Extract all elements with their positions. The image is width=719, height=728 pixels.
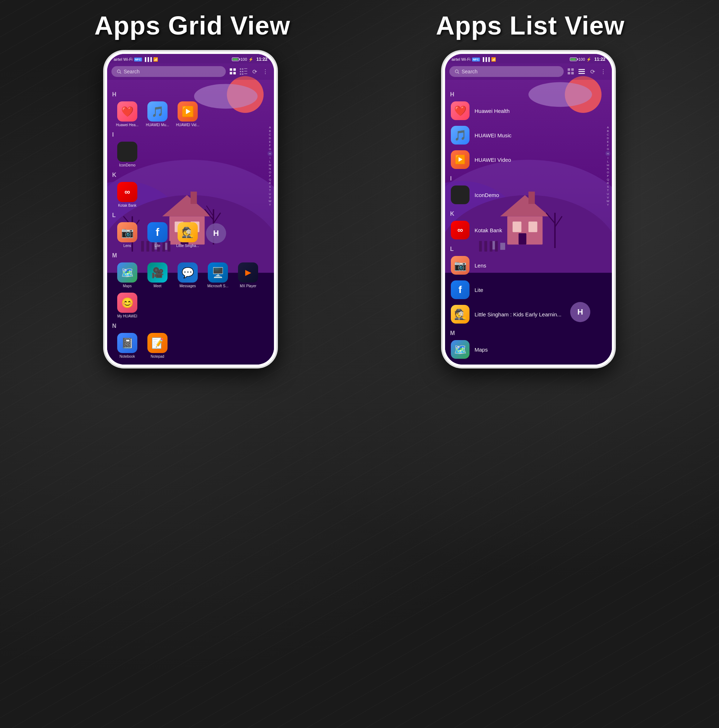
- network-badge-list: NFC: [472, 58, 480, 61]
- alphabet-index-list[interactable]: AB CD EF G H IL MN OP QR ST UV WY: [606, 126, 610, 206]
- signal-bars: ▐▐▐: [144, 57, 152, 61]
- more-icon-grid[interactable]: ⋮: [261, 67, 270, 76]
- list-item-huawei-health[interactable]: ❤️ Huawei Health: [445, 98, 612, 123]
- app-huawei-music[interactable]: 🎵 HUAWEI Mu...: [143, 100, 172, 129]
- list-view-title: Apps List View: [436, 11, 625, 40]
- app-notebook[interactable]: 📓 Notebook: [113, 332, 142, 360]
- refresh-icon-grid[interactable]: ⟳: [250, 67, 259, 76]
- svg-line-29: [120, 73, 121, 74]
- grid-view-icon[interactable]: [229, 67, 237, 76]
- charge-icon-list: ⚡: [586, 57, 591, 62]
- grid-icon-list-view[interactable]: [567, 67, 575, 76]
- refresh-icon-list[interactable]: ⟳: [588, 67, 597, 76]
- search-placeholder-list: Search: [462, 69, 477, 74]
- grid-view-title: Apps Grid View: [95, 11, 291, 40]
- svg-rect-42: [244, 73, 247, 74]
- section-label-l: L: [107, 211, 274, 219]
- svg-rect-69: [568, 72, 570, 74]
- wifi-icon: 📶: [153, 57, 158, 62]
- time-display-list: 11:22: [594, 57, 606, 62]
- svg-point-65: [455, 70, 458, 73]
- list-item-maps[interactable]: 🗺️ Maps: [445, 337, 612, 362]
- grid-section-i: IconDemo: [107, 139, 274, 170]
- search-bar-list[interactable]: Search: [449, 66, 564, 77]
- app-notepad[interactable]: 📝 Notepad: [143, 332, 172, 360]
- section-label-m: M: [107, 251, 274, 260]
- svg-rect-33: [233, 72, 236, 74]
- search-bar-grid[interactable]: Search: [112, 66, 226, 77]
- svg-rect-36: [244, 68, 247, 69]
- app-list-content: AB CD EF G H IL MN OP QR ST UV WY H: [445, 54, 612, 364]
- svg-rect-67: [568, 68, 570, 71]
- grid-section-l: 📷 Lens f Lite 🕵️ Little Singha...: [107, 219, 274, 251]
- app-grid-content: AB CD EF G H IL MN OP QR ST UV WY H: [107, 54, 274, 364]
- list-item-kotak[interactable]: ∞ Kotak Bank: [445, 218, 612, 242]
- app-maps[interactable]: 🗺️ Maps: [113, 261, 142, 290]
- list-item-meet[interactable]: 🎥 Meet: [445, 362, 612, 364]
- status-bar-grid: airtel Wi-Fi NFC ▐▐▐ 📶 100 ⚡ 11:22: [107, 54, 274, 63]
- app-kotak[interactable]: ∞ Kotak Bank: [113, 180, 142, 209]
- search-icon-list: [454, 69, 459, 74]
- list-section-label-i: I: [445, 174, 612, 183]
- h-bubble-list: H: [570, 302, 590, 322]
- app-lens[interactable]: 📷 Lens: [113, 221, 142, 249]
- list-section-label-m: M: [445, 329, 612, 337]
- carrier-text-list: airtel Wi-Fi: [451, 57, 471, 61]
- app-my-huawei[interactable]: 😊 My HUAWEI: [113, 291, 142, 320]
- svg-rect-68: [571, 68, 574, 71]
- search-icon-grid: [116, 69, 121, 74]
- svg-rect-37: [240, 71, 241, 72]
- svg-rect-41: [242, 73, 243, 75]
- app-mx-player[interactable]: ▶ MX Player: [234, 261, 262, 290]
- section-label-h: H: [107, 90, 274, 98]
- svg-rect-34: [240, 68, 241, 70]
- wifi-icon-list: 📶: [491, 57, 496, 62]
- section-label-n: N: [107, 321, 274, 330]
- grid-section-h: ❤️ Huawei Hea... 🎵 HUAWEI Mu... ▶️ HUAWE…: [107, 98, 274, 130]
- battery-icon-list: [570, 58, 577, 61]
- app-little-singham[interactable]: 🕵️ Little Singha...: [173, 221, 202, 249]
- svg-rect-32: [230, 72, 232, 74]
- list-item-lens[interactable]: 📷 Lens: [445, 253, 612, 278]
- svg-rect-71: [578, 69, 585, 70]
- svg-rect-35: [242, 68, 243, 70]
- list-section-label-l: L: [445, 245, 612, 253]
- svg-rect-38: [242, 71, 243, 72]
- battery-icon: [232, 58, 239, 61]
- grid-detail-icon[interactable]: [239, 67, 248, 76]
- section-label-o: O: [107, 362, 274, 364]
- list-section-label-h: H: [445, 90, 612, 98]
- search-area-grid: Search: [107, 63, 274, 80]
- svg-rect-31: [233, 68, 236, 71]
- search-placeholder-grid: Search: [124, 69, 139, 74]
- app-meet[interactable]: 🎥 Meet: [143, 261, 172, 290]
- svg-line-66: [458, 73, 459, 74]
- grid-section-m: 🗺️ Maps 🎥 Meet 💬 Messages 🖥️: [107, 260, 274, 321]
- svg-rect-39: [244, 71, 247, 72]
- list-item-icondemo[interactable]: IconDemo: [445, 183, 612, 207]
- app-huawei-health[interactable]: ❤️ Huawei Hea...: [113, 100, 142, 129]
- alphabet-index-grid[interactable]: AB CD EF G H IL MN OP QR ST UV WY: [268, 126, 272, 206]
- list-item-lite[interactable]: f Lite: [445, 278, 612, 302]
- svg-rect-30: [230, 68, 232, 71]
- app-microsoft[interactable]: 🖥️ Microsoft S...: [203, 261, 232, 290]
- list-item-huawei-video[interactable]: ▶️ HUAWEI Video: [445, 147, 612, 172]
- app-lite[interactable]: f Lite: [143, 221, 172, 249]
- section-label-k: K: [107, 170, 274, 179]
- app-icondemo[interactable]: IconDemo: [113, 140, 142, 169]
- signal-bars-list: ▐▐▐: [481, 57, 490, 61]
- search-area-list: Search: [445, 63, 612, 80]
- list-view-phone: airtel Wi-Fi NFC ▐▐▐ 📶 100 ⚡ 11:22: [442, 51, 615, 367]
- carrier-text: airtel Wi-Fi: [113, 57, 133, 61]
- svg-rect-73: [578, 73, 585, 74]
- svg-point-28: [117, 70, 120, 73]
- app-messages[interactable]: 💬 Messages: [173, 261, 202, 290]
- svg-rect-72: [578, 71, 585, 72]
- grid-view-phone: airtel Wi-Fi NFC ▐▐▐ 📶 100 ⚡ 11:22: [104, 51, 277, 367]
- svg-rect-40: [240, 73, 241, 75]
- list-item-huawei-music[interactable]: 🎵 HUAWEI Music: [445, 123, 612, 147]
- app-huawei-video[interactable]: ▶️ HUAWEI Vid...: [173, 100, 202, 129]
- grid-section-k: ∞ Kotak Bank: [107, 179, 274, 211]
- more-icon-list[interactable]: ⋮: [599, 67, 607, 76]
- list-view-icon-active[interactable]: [577, 67, 586, 76]
